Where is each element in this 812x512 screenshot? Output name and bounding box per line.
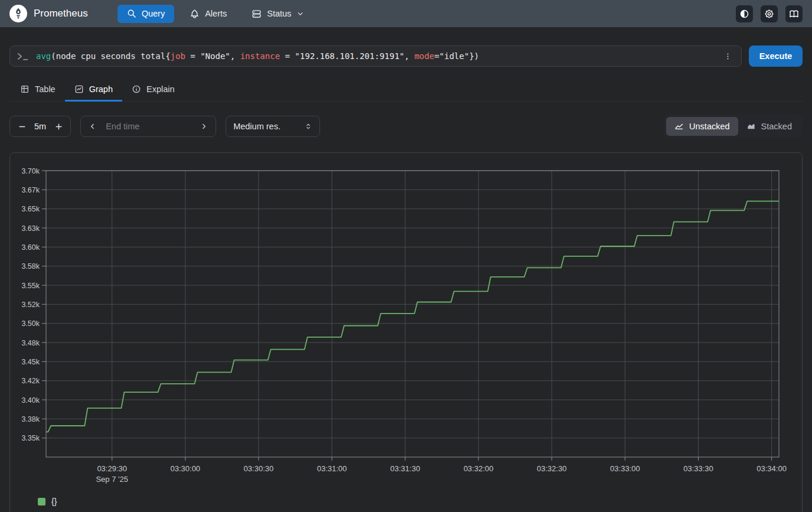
svg-text:3.60k: 3.60k <box>21 243 40 252</box>
tab-explain[interactable]: Explain <box>122 79 184 102</box>
contrast-icon <box>739 9 749 19</box>
svg-text:3.55k: 3.55k <box>21 282 40 290</box>
range-increase-button[interactable] <box>50 118 67 135</box>
resolution-value: Medium res. <box>233 122 281 131</box>
graph-icon <box>74 84 84 94</box>
tab-table-label: Table <box>35 84 56 94</box>
svg-text:03:30:30: 03:30:30 <box>244 464 274 473</box>
svg-text:3.35k: 3.35k <box>21 434 40 442</box>
tab-graph[interactable]: Graph <box>65 79 122 102</box>
tab-graph-label: Graph <box>89 84 113 94</box>
svg-text:3.48k: 3.48k <box>21 339 40 347</box>
docs-button[interactable] <box>785 5 803 22</box>
info-circle-icon <box>132 84 141 94</box>
legend-swatch[interactable] <box>38 498 45 506</box>
navbar: Prometheus Query Alerts <box>0 0 812 27</box>
stacking-toggle: Unstacked Stacked <box>664 115 803 138</box>
range-decrease-button[interactable] <box>13 118 31 135</box>
theme-toggle-button[interactable] <box>736 5 753 22</box>
query-row: avg(node_cpu_seconds_total{job = "Node",… <box>9 45 803 67</box>
svg-text:03:34:00: 03:34:00 <box>756 464 787 473</box>
navbar-actions <box>736 5 803 22</box>
svg-text:3.40k: 3.40k <box>21 396 40 405</box>
main-nav: Query Alerts Status <box>118 5 314 23</box>
svg-text:03:30:00: 03:30:00 <box>170 464 200 473</box>
svg-text:03:32:30: 03:32:30 <box>537 464 567 473</box>
end-time-forward-button[interactable] <box>197 118 211 135</box>
chevron-down-icon <box>296 10 304 18</box>
gear-icon <box>764 9 774 19</box>
svg-text:3.65k: 3.65k <box>21 205 40 213</box>
svg-text:3.58k: 3.58k <box>21 262 40 270</box>
end-time-input[interactable]: End time <box>106 122 197 131</box>
tab-explain-label: Explain <box>146 84 175 94</box>
unstacked-label: Unstacked <box>689 122 730 131</box>
nav-status-button[interactable]: Status <box>242 5 314 23</box>
unstacked-button[interactable]: Unstacked <box>666 117 738 136</box>
graph-panel: 3.70k3.67k3.65k3.63k3.60k3.58k3.55k3.52k… <box>9 152 803 512</box>
end-time-control: End time <box>80 116 216 137</box>
svg-text:03:32:00: 03:32:00 <box>464 464 494 473</box>
resolution-select[interactable]: Medium res. <box>226 116 320 137</box>
tab-table[interactable]: Table <box>11 79 65 102</box>
stacked-label: Stacked <box>761 122 792 131</box>
terminal-prompt-icon <box>17 52 29 61</box>
unfold-icon <box>304 122 312 131</box>
prometheus-logo-icon <box>9 5 27 22</box>
nav-query-label: Query <box>142 9 165 18</box>
brand: Prometheus <box>9 5 88 22</box>
graph-controls: 5m End time Medium res. <box>9 115 803 138</box>
app-title: Prometheus <box>34 8 88 19</box>
legend: {} <box>10 490 802 506</box>
range-value[interactable]: 5m <box>32 122 48 131</box>
query-menu-button[interactable] <box>721 48 734 64</box>
svg-text:3.42k: 3.42k <box>21 377 40 385</box>
svg-text:Sep 7 '25: Sep 7 '25 <box>96 475 128 484</box>
execute-button[interactable]: Execute <box>749 45 803 67</box>
svg-text:03:31:00: 03:31:00 <box>317 464 347 473</box>
line-chart-icon <box>674 122 684 131</box>
search-icon <box>127 9 136 18</box>
expression-input[interactable]: avg(node_cpu_seconds_total{job = "Node",… <box>9 45 742 67</box>
svg-text:3.63k: 3.63k <box>21 224 40 233</box>
book-icon <box>789 9 799 19</box>
nav-alerts-label: Alerts <box>205 9 227 18</box>
range-control: 5m <box>9 116 71 137</box>
query-expression[interactable]: avg(node_cpu_seconds_total{job = "Node",… <box>36 51 714 61</box>
stacked-button[interactable]: Stacked <box>738 117 800 136</box>
table-icon <box>20 84 30 94</box>
svg-text:03:31:30: 03:31:30 <box>390 464 420 473</box>
svg-text:03:33:00: 03:33:00 <box>610 464 640 473</box>
svg-text:3.70k: 3.70k <box>21 167 40 175</box>
svg-text:3.50k: 3.50k <box>21 319 40 328</box>
svg-text:3.52k: 3.52k <box>21 301 40 309</box>
bell-icon <box>190 9 200 19</box>
end-time-back-button[interactable] <box>86 118 100 135</box>
area-chart-icon <box>746 122 756 131</box>
main-content: avg(node_cpu_seconds_total{job = "Node",… <box>0 27 812 512</box>
svg-text:03:29:30: 03:29:30 <box>97 464 127 473</box>
result-tabs: Table Graph Explain <box>9 79 803 102</box>
settings-button[interactable] <box>761 5 778 22</box>
svg-text:3.67k: 3.67k <box>21 186 40 194</box>
graph-canvas[interactable]: 3.70k3.67k3.65k3.63k3.60k3.58k3.55k3.52k… <box>10 153 802 490</box>
server-icon <box>252 9 262 19</box>
nav-status-label: Status <box>267 9 291 18</box>
svg-text:3.38k: 3.38k <box>21 415 40 423</box>
legend-label[interactable]: {} <box>51 497 57 506</box>
nav-alerts-button[interactable]: Alerts <box>180 5 236 23</box>
svg-text:3.45k: 3.45k <box>21 358 40 366</box>
svg-text:03:33:30: 03:33:30 <box>683 464 713 473</box>
nav-query-button[interactable]: Query <box>118 5 175 23</box>
